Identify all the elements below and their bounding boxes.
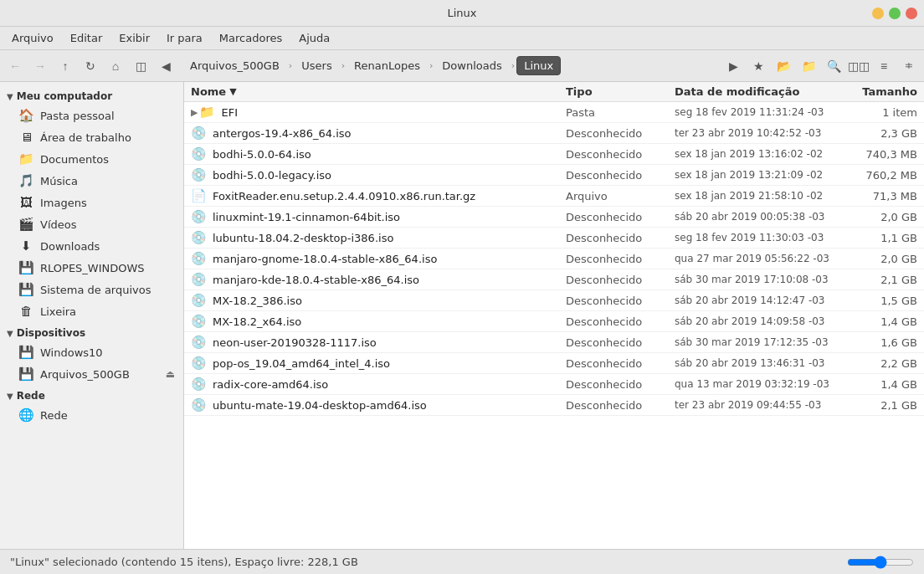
sidebar-item-network[interactable]: 🌐Rede xyxy=(2,404,182,426)
table-row[interactable]: 💿pop-os_19.04_amd64_intel_4.isoDesconhec… xyxy=(184,353,924,374)
table-row[interactable]: 💿MX-18.2_386.isoDesconhecidosáb 20 abr 2… xyxy=(184,290,924,311)
table-row[interactable]: 💿radix-core-amd64.isoDesconhecidoqua 13 … xyxy=(184,374,924,395)
column-date[interactable]: Data de modificação xyxy=(675,85,842,98)
file-name-label: radix-core-amd64.iso xyxy=(213,378,566,391)
file-date-cell: sáb 20 abr 2019 13:46:31 -03 xyxy=(675,357,842,369)
breadcrumb-item-downloads[interactable]: Downloads xyxy=(434,56,509,75)
table-row[interactable]: ▶📁EFIPastaseg 18 fev 2019 11:31:24 -031 … xyxy=(184,102,924,123)
sidebar-section-my-computer[interactable]: ▼ Meu computador xyxy=(0,85,183,105)
breadcrumb-item-users[interactable]: Users xyxy=(294,56,339,75)
menu-item-editar[interactable]: Editar xyxy=(62,29,111,47)
reload-button[interactable]: ↻ xyxy=(79,54,102,78)
open-location-button[interactable]: 📂 xyxy=(772,54,795,78)
column-size[interactable]: Tamanho xyxy=(842,85,917,98)
table-row[interactable]: 💿bodhi-5.0.0-64.isoDesconhecidosex 18 ja… xyxy=(184,144,924,165)
file-date-cell: sáb 20 abr 2019 00:05:38 -03 xyxy=(675,211,842,223)
file-type-cell: Arquivo xyxy=(566,190,675,202)
sidebar-item-downloads[interactable]: ⬇Downloads xyxy=(2,235,182,257)
file-type-cell: Desconhecido xyxy=(566,336,675,349)
view-detail-button[interactable]: ⧧ xyxy=(897,54,921,78)
sidebar-item-rlopes-windows[interactable]: 💾RLOPES_WINDOWS xyxy=(2,257,182,279)
table-row[interactable]: 💿bodhi-5.0.0-legacy.isoDesconhecidosex 1… xyxy=(184,165,924,186)
sidebar-item-music[interactable]: 🎵Música xyxy=(2,170,182,192)
minimize-button[interactable] xyxy=(872,8,884,19)
nav-left-button[interactable]: ◀ xyxy=(154,54,177,78)
file-name-label: pop-os_19.04_amd64_intel_4.iso xyxy=(213,357,566,370)
sidebar-item-trash[interactable]: 🗑Lixeira xyxy=(2,300,182,322)
menu-item-ir-para[interactable]: Ir para xyxy=(158,29,211,47)
file-name-cell: 💿manjaro-gnome-18.0.4-stable-x86_64.iso xyxy=(191,251,566,266)
close-button[interactable] xyxy=(906,8,917,19)
menu-item-arquivo[interactable]: Arquivo xyxy=(3,29,62,47)
file-name-cell: 💿bodhi-5.0.0-64.iso xyxy=(191,146,566,161)
file-date-cell: sáb 30 mar 2019 17:12:35 -03 xyxy=(675,336,842,348)
zoom-slider[interactable] xyxy=(847,556,914,569)
file-type-cell: Desconhecido xyxy=(566,127,675,140)
breadcrumb-item-linux[interactable]: Linux xyxy=(516,56,561,75)
sidebar-section-network[interactable]: ▼ Rede xyxy=(0,385,183,404)
file-name-cell: 💿lubuntu-18.04.2-desktop-i386.iso xyxy=(191,230,566,245)
forward-button[interactable]: → xyxy=(28,54,52,78)
file-name-label: MX-18.2_386.iso xyxy=(213,295,566,307)
view-list-button[interactable]: ≡ xyxy=(872,54,896,78)
menubar: ArquivoEditarExibirIr paraMarcadoresAjud… xyxy=(0,27,924,50)
maximize-button[interactable] xyxy=(889,8,901,19)
file-type-cell: Desconhecido xyxy=(566,253,675,265)
menu-item-exibir[interactable]: Exibir xyxy=(110,29,158,47)
home-button[interactable]: ⌂ xyxy=(104,54,127,78)
table-row[interactable]: 📄FoxitReader.enu.setup.2.4.4.0910.x86.ru… xyxy=(184,186,924,207)
file-size-cell: 1,6 GB xyxy=(842,336,917,349)
sidebar-item-label-videos: Vídeos xyxy=(40,218,76,231)
sidebar-item-home[interactable]: 🏠Pasta pessoal xyxy=(2,105,182,126)
file-type-cell: Desconhecido xyxy=(566,232,675,244)
breadcrumb-bar: Arquivos_500GB›Users›RenanLopes›Download… xyxy=(179,56,720,75)
menu-item-ajuda[interactable]: Ajuda xyxy=(290,29,338,47)
table-row[interactable]: 💿MX-18.2_x64.isoDesconhecidosáb 20 abr 2… xyxy=(184,311,924,332)
file-date-cell: sex 18 jan 2019 13:21:09 -02 xyxy=(675,169,842,181)
sidebar-item-filesystem[interactable]: 💾Sistema de arquivos xyxy=(2,279,182,300)
table-row[interactable]: 💿manjaro-gnome-18.0.4-stable-x86_64.isoD… xyxy=(184,249,924,269)
table-row[interactable]: 💿linuxmint-19.1-cinnamon-64bit.isoDescon… xyxy=(184,207,924,228)
file-icon: 💿 xyxy=(191,377,208,392)
back-button[interactable]: ← xyxy=(3,54,27,78)
bookmark-button[interactable]: ★ xyxy=(747,54,770,78)
table-row[interactable]: 💿manjaro-kde-18.0.4-stable-x86_64.isoDes… xyxy=(184,269,924,290)
column-type[interactable]: Tipo xyxy=(566,85,675,98)
table-row[interactable]: 💿ubuntu-mate-19.04-desktop-amd64.isoDesc… xyxy=(184,395,924,416)
nav-right-button[interactable]: ▶ xyxy=(721,54,745,78)
sidebar-item-desktop[interactable]: 🖥Área de trabalho xyxy=(2,126,182,148)
breadcrumb-item-arquivos_500gb[interactable]: Arquivos_500GB xyxy=(182,56,287,75)
file-type-cell: Pasta xyxy=(566,106,675,119)
sidebar-item-arquivos500gb[interactable]: 💾Arquivos_500GB⏏ xyxy=(2,363,182,385)
sidebar-item-label-documents: Documentos xyxy=(40,153,109,166)
new-folder-button[interactable]: 📁 xyxy=(797,54,820,78)
table-row[interactable]: 💿lubuntu-18.04.2-desktop-i386.isoDesconh… xyxy=(184,228,924,249)
sidebar-item-images[interactable]: 🖼Imagens xyxy=(2,192,182,213)
breadcrumb-item-renanlopes[interactable]: RenanLopes xyxy=(346,56,428,75)
file-date-cell: ter 23 abr 2019 10:42:52 -03 xyxy=(675,127,842,139)
table-row[interactable]: 💿antergos-19.4-x86_64.isoDesconhecidoter… xyxy=(184,123,924,144)
file-icon: 💿 xyxy=(191,293,208,308)
menu-item-marcadores[interactable]: Marcadores xyxy=(211,29,290,47)
file-date-cell: ter 23 abr 2019 09:44:55 -03 xyxy=(675,399,842,411)
file-type-cell: Desconhecido xyxy=(566,378,675,391)
up-button[interactable]: ↑ xyxy=(54,54,77,78)
sidebar-section-devices[interactable]: ▼ Dispositivos xyxy=(0,322,183,341)
file-name-cell: 💿MX-18.2_386.iso xyxy=(191,293,566,308)
section-toggle: ▼ xyxy=(7,392,13,401)
search-button[interactable]: 🔍 xyxy=(822,54,845,78)
file-name-label: MX-18.2_x64.iso xyxy=(213,315,566,328)
table-row[interactable]: 💿neon-user-20190328-1117.isoDesconhecido… xyxy=(184,332,924,353)
file-size-cell: 2,1 GB xyxy=(842,399,917,412)
sidebar-item-label-desktop: Área de trabalho xyxy=(40,131,131,144)
sidebar-item-label-trash: Lixeira xyxy=(40,305,76,318)
column-name[interactable]: Nome ▼ xyxy=(191,85,566,98)
sidebar-item-documents[interactable]: 📁Documentos xyxy=(2,148,182,170)
statusbar-text: "Linux" selecionado (contendo 15 itens),… xyxy=(10,556,358,568)
folder-toggle: ▶ xyxy=(191,107,198,118)
sidebar-item-videos[interactable]: 🎬Vídeos xyxy=(2,213,182,235)
view-icons-button[interactable]: ◫◫ xyxy=(847,54,870,78)
eject-icon[interactable]: ⏏ xyxy=(166,368,175,380)
monitor-button[interactable]: ◫ xyxy=(129,54,152,78)
sidebar-item-windows10[interactable]: 💾Windows10 xyxy=(2,341,182,363)
